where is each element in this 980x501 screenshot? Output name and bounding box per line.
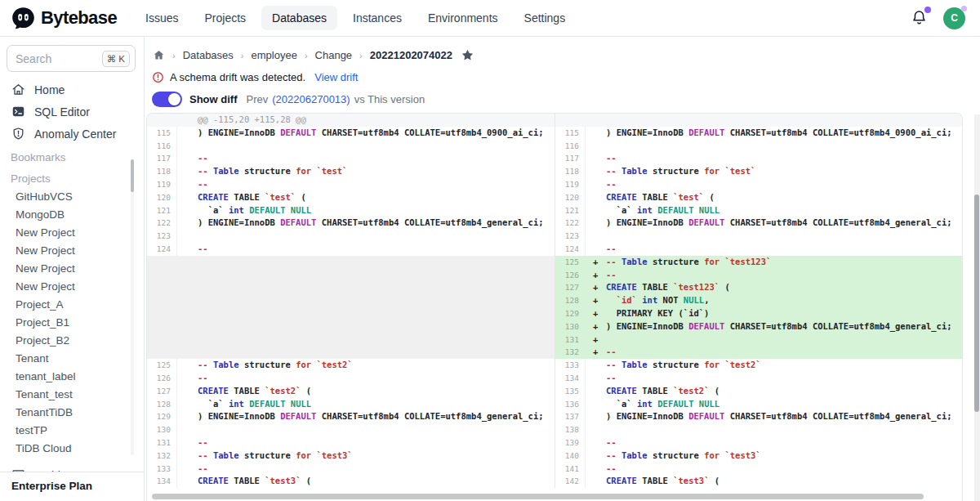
- sidebar-project-item[interactable]: New Project: [0, 241, 144, 259]
- sidebar-item-label: Home: [34, 83, 65, 96]
- breadcrumb-version[interactable]: 20221202074022: [370, 49, 452, 61]
- sidebar-project-item[interactable]: New Project: [0, 277, 144, 295]
- anomaly-center-icon: [11, 127, 25, 141]
- diff-line-number: 140: [555, 450, 586, 463]
- sidebar-project-item[interactable]: Project_A: [0, 295, 144, 313]
- sidebar-project-item[interactable]: Project_B1: [0, 313, 144, 331]
- sidebar-project-item[interactable]: TiDB Cloud: [0, 439, 144, 457]
- brand-name: Bytebase: [41, 7, 117, 29]
- breadcrumb: › Databases › employee › Change › 202212…: [145, 37, 980, 69]
- diff-row-ctx: 118-- Table structure for `test`: [555, 165, 962, 178]
- diff-code-line: `a` int DEFAULT NULL: [177, 398, 555, 411]
- avatar-status-dot: [961, 6, 967, 11]
- sidebar-item-anomaly-center[interactable]: Anomaly Center: [0, 123, 144, 145]
- search-input[interactable]: [16, 52, 86, 65]
- search-box[interactable]: ⌘ K: [7, 45, 136, 72]
- diff-line-number: 115: [147, 127, 177, 140]
- sidebar-item-home[interactable]: Home: [0, 78, 144, 101]
- breadcrumb-databases[interactable]: Databases: [183, 49, 234, 61]
- diff-code-line: --: [177, 178, 555, 191]
- bookmark-star-icon[interactable]: [461, 48, 474, 62]
- diff-code-line: CREATE TABLE `test2` (: [586, 385, 962, 398]
- sidebar-project-item[interactable]: New Project: [0, 223, 144, 241]
- avatar[interactable]: C: [943, 7, 965, 29]
- diff-row-fill: [147, 333, 555, 347]
- prev-version-link[interactable]: (202206270013): [272, 93, 350, 105]
- sidebar-project-item[interactable]: testTP: [0, 421, 144, 439]
- diff-code-line: -- Table structure for `test3`: [177, 450, 555, 463]
- diff-code-line: -- Table structure for `test`: [177, 165, 555, 178]
- diff-code-line: --: [177, 436, 555, 450]
- diff-code-line: [177, 333, 555, 347]
- toggle-knob: [168, 93, 180, 105]
- sidebar-item-sql-editor[interactable]: SQL Editor: [0, 101, 144, 123]
- diff-code-line: -- Table structure for `test`: [586, 165, 962, 178]
- diff-added-marker: +: [593, 346, 598, 359]
- diff-code-line: --: [586, 436, 962, 450]
- view-drift-link[interactable]: View drift: [314, 71, 358, 83]
- nav-item-databases[interactable]: Databases: [261, 6, 337, 30]
- diff-row-ctx: 139--: [555, 436, 962, 450]
- diff-row-ctx: 119--: [147, 178, 555, 191]
- diff-code-line: [177, 281, 555, 294]
- show-diff-toggle[interactable]: [152, 92, 182, 107]
- sidebar-project-item[interactable]: GitHubVCS: [0, 187, 144, 205]
- diff-line-number: 125: [555, 256, 586, 269]
- diff-line-number: [147, 320, 177, 333]
- notification-dot: [924, 7, 931, 13]
- search-shortcut-kbd: ⌘ K: [102, 51, 130, 67]
- diff-horizontal-scrollbar-thumb[interactable]: [152, 494, 924, 499]
- breadcrumb-employee[interactable]: employee: [252, 49, 297, 61]
- diff-row-ctx: 140-- Table structure for `test3`: [555, 450, 962, 463]
- diff-line-number: 127: [555, 281, 586, 294]
- nav-item-settings[interactable]: Settings: [514, 6, 577, 30]
- diff-row-ctx: 116: [147, 140, 555, 153]
- diff-line-number: 133: [147, 463, 177, 476]
- diff-code-line: `a` int DEFAULT NULL: [586, 204, 962, 217]
- diff-line-number: 126: [555, 269, 586, 282]
- nav-item-issues[interactable]: Issues: [135, 6, 189, 30]
- diff-row-ctx: 124--: [147, 243, 555, 256]
- diff-row-ctx: 128 `a` int DEFAULT NULL: [147, 398, 555, 411]
- breadcrumb-home-icon[interactable]: [153, 49, 165, 61]
- sidebar-project-item[interactable]: Tenant: [0, 349, 144, 367]
- sidebar-scrollbar-thumb[interactable]: [131, 159, 134, 192]
- diff-added-marker: +: [593, 307, 598, 320]
- diff-added-marker: +: [593, 281, 598, 294]
- diff-code-line: --: [586, 152, 962, 165]
- sidebar-project-item[interactable]: tenant_label: [0, 367, 144, 385]
- page-scrollbar-thumb[interactable]: [974, 195, 979, 412]
- section-projects: Projects: [0, 166, 144, 187]
- breadcrumb-change[interactable]: Change: [315, 49, 353, 61]
- sidebar-project-item[interactable]: Tenant_test: [0, 385, 144, 403]
- diff-added-marker: +: [593, 256, 598, 269]
- diff-row-ctx: 123: [555, 230, 962, 243]
- diff-row-ctx: 116: [555, 140, 962, 153]
- diff-row-ctx: 119--: [555, 178, 962, 191]
- sidebar-project-item[interactable]: New Project: [0, 259, 144, 277]
- diff-code-line: ) ENGINE=InnoDB DEFAULT CHARSET=utf8mb4 …: [586, 127, 962, 140]
- sidebar-project-item[interactable]: Project_B2: [0, 331, 144, 349]
- sidebar-project-item[interactable]: MongoDB: [0, 205, 144, 223]
- diff-code-line: CREATE TABLE `test` (: [177, 191, 555, 204]
- diff-row-ctx: 122) ENGINE=InnoDB DEFAULT CHARSET=utf8m…: [555, 217, 962, 230]
- diff-code-line: --: [586, 463, 962, 476]
- sidebar-scrollbar-track: [131, 159, 134, 455]
- project-list: GitHubVCSMongoDBNew ProjectNew ProjectNe…: [0, 187, 144, 457]
- diff-row-ctx: 137) ENGINE=InnoDB DEFAULT CHARSET=utf8m…: [555, 410, 962, 423]
- bytebase-logo[interactable]: Bytebase: [11, 7, 117, 30]
- plan-label: Enterprise Plan: [0, 472, 144, 501]
- diff-code-line: -- Table structure for `test2`: [586, 359, 962, 372]
- nav-item-instances[interactable]: Instances: [342, 6, 412, 30]
- diff-pane-right: 115) ENGINE=InnoDB DEFAULT CHARSET=utf8m…: [555, 114, 962, 488]
- nav-item-projects[interactable]: Projects: [194, 6, 257, 30]
- sidebar-project-item[interactable]: TenantTiDB: [0, 403, 144, 421]
- diff-line-number: [147, 256, 177, 269]
- nav-item-environments[interactable]: Environments: [417, 6, 509, 30]
- diff-code-line: --: [586, 243, 962, 256]
- notifications-button[interactable]: [911, 9, 929, 27]
- diff-row-add: 131+: [555, 333, 962, 347]
- diff-line-number: 124: [147, 243, 177, 256]
- diff-row-fill: [147, 294, 555, 307]
- diff-pane-left: @@ -115,20 +115,28 @@115) ENGINE=InnoDB …: [147, 114, 555, 488]
